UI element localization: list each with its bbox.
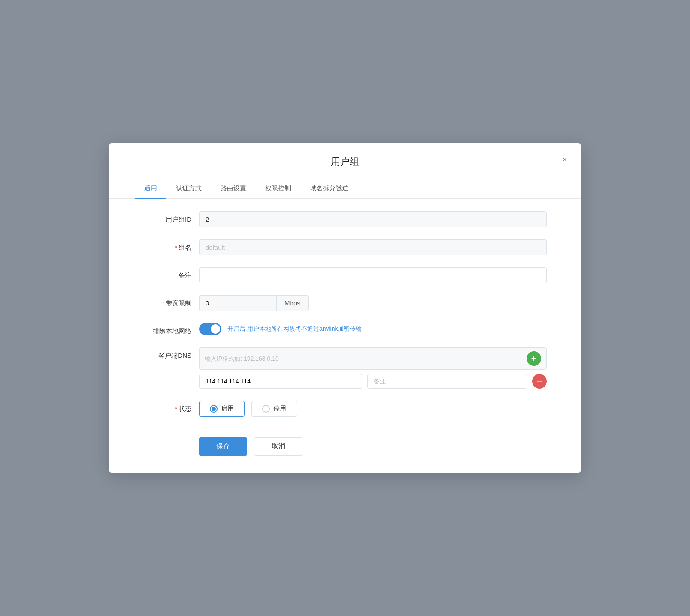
close-button[interactable]: × [559,154,571,166]
tab-split[interactable]: 域名拆分隧道 [300,180,358,199]
exclude-network-row: 排除本地网络 开启后 用户本地所在网段将不通过anylink加密传输 [143,323,547,335]
status-label: *状态 [143,401,199,413]
bandwidth-row: *带宽限制 Mbps [143,295,547,311]
dns-entry-row: − [199,374,547,389]
tab-route[interactable]: 路由设置 [211,180,256,199]
action-row: 保存 取消 [109,433,581,456]
dns-entry-note-input[interactable] [367,374,527,389]
toggle-description: 开启后 用户本地所在网段将不通过anylink加密传输 [227,325,362,333]
bandwidth-required: * [162,299,164,307]
dns-remove-button[interactable]: − [532,374,547,389]
group-name-label: *组名 [143,239,199,252]
remark-input[interactable] [199,267,547,283]
status-disable-label: 停用 [273,405,286,413]
save-button[interactable]: 保存 [199,437,247,456]
remark-control [199,267,547,283]
group-name-required: * [175,244,177,251]
remark-label: 备注 [143,267,199,280]
group-name-input[interactable] [199,239,547,255]
tab-auth[interactable]: 认证方式 [166,180,211,199]
group-id-control [199,211,547,227]
toggle-thumb [211,324,220,334]
dns-row: 客户端DNS + − [143,347,547,389]
group-name-row: *组名 [143,239,547,255]
bandwidth-control: Mbps [199,295,547,311]
status-enable-option[interactable]: 启用 [199,401,245,417]
status-required: * [175,405,177,412]
radio-group: 启用 停用 [199,401,547,417]
group-id-input[interactable] [199,211,547,227]
status-disable-option[interactable]: 停用 [251,401,297,417]
group-id-row: 用户组ID [143,211,547,227]
cancel-button[interactable]: 取消 [254,437,303,456]
remark-row: 备注 [143,267,547,283]
bandwidth-input[interactable] [199,295,276,311]
status-row: *状态 启用 停用 [143,401,547,417]
dns-label: 客户端DNS [143,347,199,360]
exclude-network-control: 开启后 用户本地所在网段将不通过anylink加密传输 [199,323,547,335]
dns-add-button[interactable]: + [527,351,541,366]
exclude-network-label: 排除本地网络 [143,323,199,335]
exclude-network-toggle[interactable] [199,323,221,335]
bandwidth-label: *带宽限制 [143,295,199,308]
form-body: 用户组ID *组名 备注 [109,199,581,433]
toggle-row: 开启后 用户本地所在网段将不通过anylink加密传输 [199,323,547,335]
group-name-control [199,239,547,255]
modal-header: 用户组 × [109,143,581,168]
status-control: 启用 停用 [199,401,547,417]
tab-general[interactable]: 通用 [135,180,166,199]
modal-title: 用户组 [331,155,359,168]
dns-input-row: + [199,347,547,370]
status-enable-radio-dot [210,405,218,413]
bandwidth-unit: Mbps [276,295,309,311]
modal-dialog: 用户组 × 通用 认证方式 路由设置 权限控制 域名拆分隧道 用户组ID *组 [109,143,581,473]
dns-input[interactable] [205,355,527,362]
group-id-label: 用户组ID [143,211,199,224]
dns-control: + − [199,347,547,389]
bandwidth-group: Mbps [199,295,547,311]
tab-access[interactable]: 权限控制 [256,180,300,199]
status-enable-label: 启用 [221,405,234,413]
tab-bar: 通用 认证方式 路由设置 权限控制 域名拆分隧道 [109,172,581,199]
status-disable-radio-dot [262,405,270,413]
dns-entry-ip-input[interactable] [199,374,362,389]
modal-backdrop: 用户组 × 通用 认证方式 路由设置 权限控制 域名拆分隧道 用户组ID *组 [0,0,690,616]
